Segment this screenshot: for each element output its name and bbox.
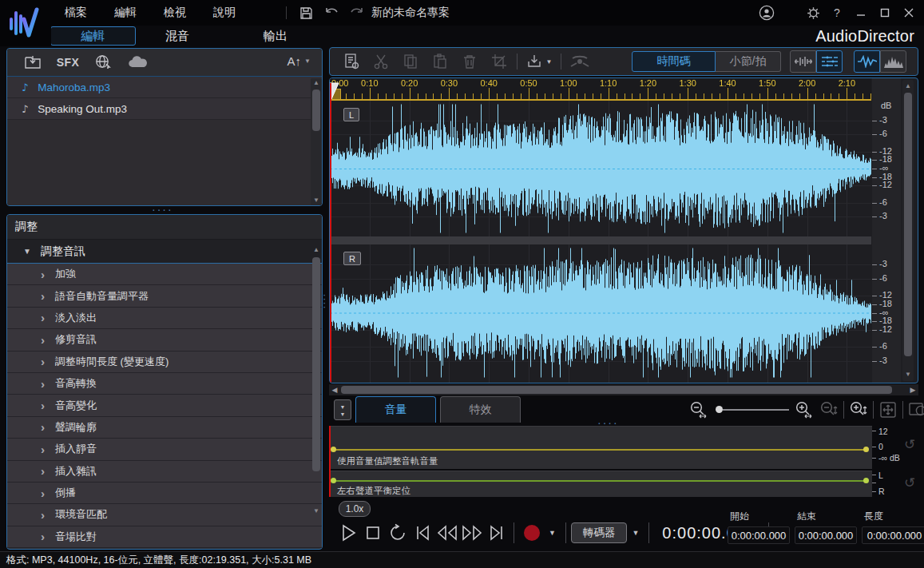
wave-horizontal-scrollbar[interactable]: ◀ ▶ (329, 384, 918, 395)
zoom-out-vertical-icon[interactable] (819, 400, 839, 419)
panel-resize-grip[interactable]: ···· (152, 208, 173, 211)
help-icon[interactable]: ? (827, 3, 847, 22)
zoom-in-vertical-icon[interactable] (849, 400, 868, 419)
adjust-item[interactable]: 淡入淡出 (7, 308, 322, 329)
expand-panel-button[interactable]: ▼▼ (334, 399, 351, 420)
menu-item[interactable]: 編輯 (101, 6, 150, 20)
redo-icon[interactable] (347, 2, 367, 23)
envelope-keyframe[interactable] (863, 447, 869, 452)
waveform-view-icon[interactable] (854, 50, 880, 73)
fit-to-window-icon[interactable] (878, 400, 898, 419)
timecode-toggle[interactable]: 時間碼 (632, 51, 716, 72)
media-list-scrollbar[interactable]: ▲ ▼ (311, 78, 322, 205)
zoom-slider[interactable] (716, 406, 789, 413)
playback-speed-button[interactable]: 1.0x (339, 501, 371, 517)
save-icon[interactable] (295, 2, 316, 23)
zoom-slider-thumb[interactable] (716, 406, 723, 413)
fast-forward-button[interactable] (459, 520, 484, 546)
tab-edit[interactable]: 編輯 (50, 26, 136, 46)
scroll-down-icon[interactable]: ▼ (311, 196, 322, 205)
scroll-down-icon[interactable]: ▼ (902, 370, 914, 379)
adjust-item[interactable]: 倒播 (7, 483, 322, 504)
adjust-item[interactable]: 聲調輪廓 (7, 417, 322, 439)
tab-produce[interactable]: 輸出 (250, 26, 301, 46)
scroll-up-icon[interactable]: ▲ (311, 245, 322, 255)
loop-button[interactable] (385, 520, 410, 546)
pan-envelope-line[interactable] (332, 480, 867, 482)
menu-item[interactable]: 說明 (200, 6, 249, 20)
marker-icon[interactable]: ▼ (521, 54, 557, 70)
settings-gear-icon[interactable] (803, 3, 823, 22)
pan-envelope-lane[interactable]: 左右聲道平衡定位 (329, 471, 872, 497)
adjust-item[interactable]: 加強 (7, 264, 322, 285)
adjust-item[interactable]: 插入雜訊 (7, 461, 322, 483)
minimize-icon[interactable] (851, 3, 871, 22)
trim-icon[interactable] (484, 53, 514, 70)
column-resize-grip[interactable]: ···· (323, 292, 326, 308)
channel-badge-left[interactable]: L (343, 108, 359, 121)
cut-icon[interactable] (366, 53, 395, 70)
delete-icon[interactable] (454, 53, 484, 70)
sfx-library-button[interactable]: SFX (50, 56, 85, 69)
zoom-to-selection-icon[interactable] (908, 400, 924, 419)
end-time-field[interactable]: 0:00:00.000 (795, 526, 857, 544)
envelope-keyframe[interactable] (331, 447, 336, 452)
clip-mode-icon[interactable] (790, 50, 816, 73)
stop-button[interactable] (360, 520, 385, 546)
scroll-left-icon[interactable]: ◀ (329, 384, 340, 395)
adjust-audio-group[interactable]: ▼ 調整音訊 (7, 240, 322, 264)
waveform-canvas[interactable] (330, 78, 871, 383)
media-file-row[interactable]: Mahoroba.mp3 (7, 77, 322, 98)
menu-item[interactable]: 檔案 (51, 6, 101, 20)
adjust-item[interactable]: 插入靜音 (7, 439, 322, 460)
adjust-item[interactable]: 修剪音訊 (7, 329, 322, 351)
beats-toggle[interactable]: 小節/拍 (716, 51, 781, 72)
properties-icon[interactable] (336, 53, 366, 70)
adjust-item[interactable]: 環境音匹配 (7, 504, 322, 526)
wave-vertical-scrollbar[interactable]: ▲ ▼ (902, 80, 914, 381)
media-file-row[interactable]: Speaking Out.mp3 (7, 98, 322, 120)
go-to-end-button[interactable] (484, 520, 509, 546)
start-time-field[interactable]: 0:00:00.000 (728, 526, 790, 544)
adjust-item[interactable]: 語音自動音量調平器 (7, 285, 322, 307)
volume-envelope-lane[interactable]: 使用音量值調整音軌音量 (329, 426, 872, 469)
scroll-right-icon[interactable]: ▶ (907, 384, 918, 395)
undo-icon[interactable] (321, 2, 342, 23)
tab-effects[interactable]: 特效 (440, 396, 521, 423)
download-from-web-icon[interactable] (85, 54, 121, 70)
go-to-start-button[interactable] (410, 520, 434, 546)
lane-resize-grip[interactable]: ···· (597, 421, 619, 424)
zoom-out-horizontal-icon[interactable] (688, 400, 709, 419)
spectral-view-icon[interactable] (880, 50, 906, 73)
maximize-icon[interactable] (874, 3, 895, 22)
user-account-icon[interactable] (756, 3, 777, 22)
import-media-icon[interactable] (15, 54, 50, 70)
volume-envelope-line[interactable] (332, 449, 867, 451)
scroll-up-icon[interactable]: ▲ (311, 78, 322, 88)
reset-pan-envelope-icon[interactable]: ↺ (901, 475, 918, 491)
zoom-in-horizontal-icon[interactable] (794, 400, 815, 419)
rewind-button[interactable] (434, 520, 459, 546)
record-options-chevron-icon[interactable]: ▼ (544, 529, 561, 537)
close-icon[interactable] (898, 3, 919, 22)
menu-item[interactable]: 檢視 (150, 6, 200, 20)
text-size-button[interactable]: A↑ ▼ (287, 54, 311, 68)
envelope-keyframe[interactable] (863, 478, 869, 483)
multitrack-mode-icon[interactable] (816, 50, 843, 73)
channel-badge-right[interactable]: R (343, 252, 361, 265)
transcoder-button[interactable]: 轉碼器 (571, 522, 628, 543)
tab-volume[interactable]: 音量 (355, 396, 436, 423)
scroll-down-icon[interactable]: ▼ (311, 506, 322, 516)
surround-icon[interactable] (565, 54, 594, 70)
adjust-item[interactable]: 調整時間長度 (變更速度) (7, 352, 322, 373)
adjust-scrollbar[interactable]: ▲ ▼ (311, 241, 322, 549)
transcoder-chevron-icon[interactable]: ▼ (627, 529, 644, 537)
length-time-field[interactable]: 0:00:00.000 (862, 526, 924, 544)
play-button[interactable] (335, 520, 360, 546)
adjust-item[interactable]: 音場比對 (7, 526, 322, 548)
adjust-item[interactable]: 音高轉換 (7, 373, 322, 395)
envelope-keyframe[interactable] (331, 478, 336, 483)
reset-volume-envelope-icon[interactable]: ↺ (901, 436, 918, 452)
paste-icon[interactable] (425, 53, 454, 70)
copy-icon[interactable] (395, 53, 425, 70)
